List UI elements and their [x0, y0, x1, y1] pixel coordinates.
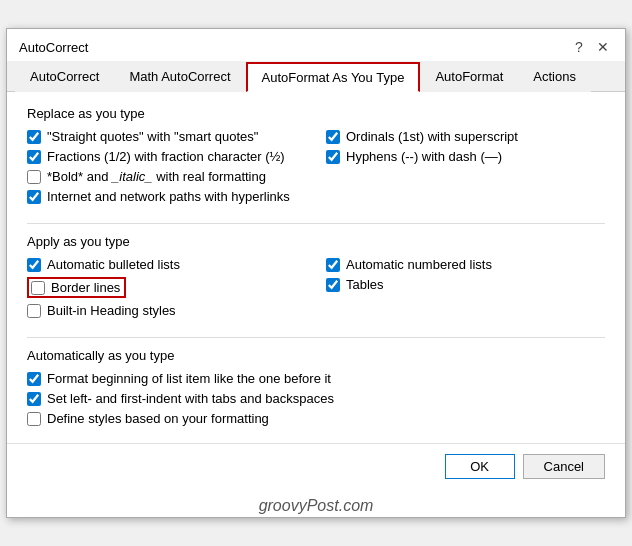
border-lines-label: Border lines [51, 280, 120, 295]
list-item: Automatic bulleted lists [27, 257, 306, 272]
border-lines-row: Border lines [27, 277, 306, 298]
auto-numbered-label: Automatic numbered lists [346, 257, 492, 272]
list-item: Internet and network paths with hyperlin… [27, 189, 306, 204]
apply-right-col: Automatic numbered lists Tables [326, 257, 605, 323]
list-item: "Straight quotes" with "smart quotes" [27, 129, 306, 144]
fractions-checkbox[interactable] [27, 150, 41, 164]
replace-section: "Straight quotes" with "smart quotes" Fr… [27, 129, 605, 209]
help-button[interactable]: ? [569, 37, 589, 57]
hyphens-label: Hyphens (--) with dash (—) [346, 149, 502, 164]
auto-bulleted-checkbox[interactable] [27, 258, 41, 272]
tab-autoformat-as-you-type[interactable]: AutoFormat As You Type [246, 62, 421, 92]
set-left-indent-checkbox[interactable] [27, 392, 41, 406]
ordinals-label: Ordinals (1st) with superscript [346, 129, 518, 144]
built-in-heading-label: Built-in Heading styles [47, 303, 176, 318]
ordinals-checkbox[interactable] [326, 130, 340, 144]
hyphens-checkbox[interactable] [326, 150, 340, 164]
tables-label: Tables [346, 277, 384, 292]
apply-left-col: Automatic bulleted lists Border lines Bu… [27, 257, 306, 323]
replace-right-col: Ordinals (1st) with superscript Hyphens … [326, 129, 605, 209]
replace-section-title: Replace as you type [27, 106, 605, 121]
format-beginning-label: Format beginning of list item like the o… [47, 371, 331, 386]
close-button[interactable]: ✕ [593, 37, 613, 57]
list-item: Hyphens (--) with dash (—) [326, 149, 605, 164]
dialog-title: AutoCorrect [19, 40, 88, 55]
internet-paths-checkbox[interactable] [27, 190, 41, 204]
bold-italic-checkbox[interactable] [27, 170, 41, 184]
list-item: Ordinals (1st) with superscript [326, 129, 605, 144]
list-item: Fractions (1/2) with fraction character … [27, 149, 306, 164]
tab-autoformat[interactable]: AutoFormat [420, 62, 518, 92]
tab-autocorrect[interactable]: AutoCorrect [15, 62, 114, 92]
ok-button[interactable]: OK [445, 454, 515, 479]
tab-actions[interactable]: Actions [518, 62, 591, 92]
auto-section-title: Automatically as you type [27, 348, 605, 363]
list-item: Define styles based on your formatting [27, 411, 605, 426]
border-lines-checkbox[interactable] [31, 281, 45, 295]
autocorrect-dialog: AutoCorrect ? ✕ AutoCorrect Math AutoCor… [6, 28, 626, 518]
define-styles-label: Define styles based on your formatting [47, 411, 269, 426]
dialog-footer: OK Cancel [7, 443, 625, 493]
tab-math-autocorrect[interactable]: Math AutoCorrect [114, 62, 245, 92]
border-lines-highlighted: Border lines [27, 277, 126, 298]
format-beginning-checkbox[interactable] [27, 372, 41, 386]
list-item: Format beginning of list item like the o… [27, 371, 605, 386]
fractions-label: Fractions (1/2) with fraction character … [47, 149, 285, 164]
divider-1 [27, 223, 605, 224]
built-in-heading-checkbox[interactable] [27, 304, 41, 318]
replace-left-col: "Straight quotes" with "smart quotes" Fr… [27, 129, 306, 209]
list-item: Automatic numbered lists [326, 257, 605, 272]
tables-checkbox[interactable] [326, 278, 340, 292]
set-left-indent-label: Set left- and first-indent with tabs and… [47, 391, 334, 406]
apply-section-title: Apply as you type [27, 234, 605, 249]
apply-section: Automatic bulleted lists Border lines Bu… [27, 257, 605, 323]
internet-paths-label: Internet and network paths with hyperlin… [47, 189, 290, 204]
define-styles-checkbox[interactable] [27, 412, 41, 426]
list-item: Set left- and first-indent with tabs and… [27, 391, 605, 406]
cancel-button[interactable]: Cancel [523, 454, 605, 479]
straight-quotes-label: "Straight quotes" with "smart quotes" [47, 129, 258, 144]
tab-bar: AutoCorrect Math AutoCorrect AutoFormat … [7, 61, 625, 92]
auto-section: Format beginning of list item like the o… [27, 371, 605, 426]
bold-italic-label: *Bold* and _italic_ with real formatting [47, 169, 266, 184]
straight-quotes-checkbox[interactable] [27, 130, 41, 144]
dialog-content: Replace as you type "Straight quotes" wi… [7, 92, 625, 443]
list-item: Built-in Heading styles [27, 303, 306, 318]
auto-bulleted-label: Automatic bulleted lists [47, 257, 180, 272]
divider-2 [27, 337, 605, 338]
title-bar-controls: ? ✕ [569, 37, 613, 57]
list-item: Tables [326, 277, 605, 292]
watermark: groovyPost.com [7, 493, 625, 517]
list-item: *Bold* and _italic_ with real formatting [27, 169, 306, 184]
auto-numbered-checkbox[interactable] [326, 258, 340, 272]
title-bar: AutoCorrect ? ✕ [7, 29, 625, 57]
